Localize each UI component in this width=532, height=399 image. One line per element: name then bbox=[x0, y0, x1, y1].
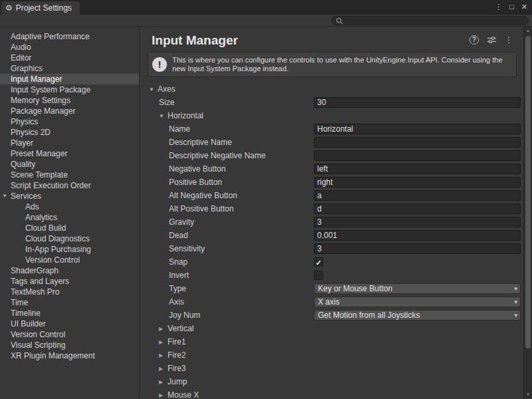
property-label: Alt Negative Button bbox=[169, 191, 237, 200]
dropdown-type[interactable]: Key or Mouse Button▾ bbox=[314, 283, 521, 294]
sidebar-item-scene-template[interactable]: Scene Template bbox=[0, 170, 139, 180]
sidebar-item-services[interactable]: ▼Services bbox=[0, 191, 139, 201]
text-field-dead[interactable] bbox=[314, 230, 521, 241]
foldout-label[interactable]: ▶Mouse X bbox=[159, 390, 199, 398]
dropdown-axis[interactable]: X axis▾ bbox=[314, 297, 521, 307]
row-sensitivity: Sensitivity bbox=[140, 242, 523, 255]
scroll-up-icon[interactable]: ▲ bbox=[524, 29, 532, 33]
sidebar-item-audio[interactable]: Audio bbox=[0, 42, 139, 53]
text-field-descriptive-negative-name[interactable] bbox=[314, 150, 521, 161]
foldout-collapsed-icon[interactable]: ▶ bbox=[159, 326, 165, 332]
sidebar-item-time[interactable]: Time bbox=[0, 297, 139, 308]
foldout-label[interactable]: ▶Fire2 bbox=[159, 350, 186, 360]
sidebar-item-cloud-diagnostics[interactable]: Cloud Diagnostics bbox=[0, 233, 139, 244]
row-descriptive-name: Descriptive Name bbox=[140, 136, 523, 149]
label-text: Size bbox=[159, 98, 174, 107]
text-field-size[interactable] bbox=[314, 97, 521, 108]
label-text: Descriptive Name bbox=[169, 138, 232, 147]
foldout-collapsed-icon[interactable]: ▶ bbox=[159, 379, 165, 385]
sidebar-item-package-manager[interactable]: Package Manager bbox=[0, 106, 139, 116]
property-label: Positive Button bbox=[169, 178, 222, 187]
text-field-alt-negative-button[interactable] bbox=[314, 190, 521, 201]
sidebar-item-timeline[interactable]: Timeline bbox=[0, 308, 139, 319]
foldout-collapsed-icon[interactable]: ▶ bbox=[159, 392, 165, 398]
foldout-label[interactable]: ▶Vertical bbox=[159, 324, 194, 333]
text-field-name[interactable] bbox=[314, 124, 521, 134]
search-input[interactable] bbox=[346, 17, 524, 25]
sidebar-item-label: Package Manager bbox=[11, 106, 75, 116]
sidebar-item-visual-scripting[interactable]: Visual Scripting bbox=[0, 340, 139, 350]
label-text: Axes bbox=[158, 84, 176, 94]
sidebar-item-label: Time bbox=[11, 298, 28, 307]
settings-category-list: Adaptive PerformanceAudioEditorGraphicsI… bbox=[0, 27, 140, 398]
sidebar-item-cloud-build[interactable]: Cloud Build bbox=[0, 223, 139, 233]
sidebar-item-memory-settings[interactable]: Memory Settings bbox=[0, 95, 139, 106]
sidebar-item-physics-2d[interactable]: Physics 2D bbox=[0, 127, 139, 138]
foldout-expanded-icon[interactable]: ▼ bbox=[2, 191, 7, 201]
property-label: Negative Button bbox=[169, 164, 225, 174]
maximize-button[interactable]: □ bbox=[509, 2, 514, 11]
sidebar-item-label: Memory Settings bbox=[11, 96, 70, 105]
sidebar-item-analytics[interactable]: Analytics bbox=[0, 212, 139, 223]
text-field-negative-button[interactable] bbox=[314, 164, 521, 174]
sidebar-item-input-system-package[interactable]: Input System Package bbox=[0, 84, 139, 95]
sidebar-item-version-control[interactable]: Version Control bbox=[0, 329, 139, 340]
close-button[interactable]: ✕ bbox=[521, 2, 527, 11]
sidebar-item-editor[interactable]: Editor bbox=[0, 53, 139, 63]
row-negative-button: Negative Button bbox=[140, 162, 523, 176]
checkbox-invert[interactable] bbox=[314, 271, 323, 280]
foldout-collapsed-icon[interactable]: ▶ bbox=[159, 366, 165, 372]
sidebar-item-input-manager[interactable]: Input Manager bbox=[0, 74, 139, 84]
sidebar-item-script-execution-order[interactable]: Script Execution Order bbox=[0, 180, 139, 191]
foldout-label[interactable]: ▼Axes bbox=[149, 84, 176, 94]
sidebar-item-tags-and-layers[interactable]: Tags and Layers bbox=[0, 276, 139, 287]
foldout-expanded-icon[interactable]: ▼ bbox=[159, 113, 165, 119]
property-label: Joy Num bbox=[169, 311, 200, 320]
context-menu-icon[interactable]: ⋮ bbox=[505, 35, 513, 45]
presets-icon[interactable] bbox=[487, 36, 496, 44]
text-field-descriptive-name[interactable] bbox=[314, 137, 521, 148]
text-field-gravity[interactable] bbox=[314, 217, 521, 227]
sidebar-item-preset-manager[interactable]: Preset Manager bbox=[0, 148, 139, 159]
sidebar-item-version-control[interactable]: Version Control bbox=[0, 255, 139, 265]
label-text: Joy Num bbox=[169, 311, 200, 320]
search-box[interactable] bbox=[331, 16, 529, 25]
sidebar-item-quality[interactable]: Quality bbox=[0, 159, 139, 170]
sidebar-item-physics[interactable]: Physics bbox=[0, 116, 139, 127]
property-label: Snap bbox=[169, 257, 188, 267]
sidebar-item-ui-builder[interactable]: UI Builder bbox=[0, 319, 139, 329]
text-field-positive-button[interactable] bbox=[314, 177, 521, 188]
checkbox-snap[interactable]: ✓ bbox=[314, 257, 323, 267]
foldout-label[interactable]: ▼Horizontal bbox=[159, 111, 203, 120]
window-menu-button[interactable]: ⋮ bbox=[495, 2, 502, 11]
foldout-label[interactable]: ▶Fire1 bbox=[159, 337, 186, 346]
foldout-collapsed-icon[interactable]: ▶ bbox=[159, 352, 165, 358]
foldout-label[interactable]: ▶Jump bbox=[159, 377, 187, 386]
text-field-alt-positive-button[interactable] bbox=[314, 203, 521, 214]
gear-icon: ⚙ bbox=[5, 3, 13, 13]
sidebar-item-ads[interactable]: Ads bbox=[0, 201, 139, 212]
property-label: Sensitivity bbox=[169, 244, 205, 253]
property-label: Dead bbox=[169, 231, 188, 240]
foldout-collapsed-icon[interactable]: ▶ bbox=[159, 339, 165, 345]
dropdown-joy-num[interactable]: Get Motion from all Joysticks▾ bbox=[314, 310, 521, 321]
sidebar-item-adaptive-performance[interactable]: Adaptive Performance bbox=[0, 31, 139, 42]
scrollbar-thumb[interactable] bbox=[525, 36, 531, 348]
sidebar-item-shadergraph[interactable]: ShaderGraph bbox=[0, 265, 139, 276]
sidebar-item-graphics[interactable]: Graphics bbox=[0, 63, 139, 74]
foldout-label[interactable]: ▶Fire3 bbox=[159, 364, 186, 373]
scroll-down-icon[interactable]: ▼ bbox=[524, 392, 532, 396]
sidebar-item-label: Services bbox=[11, 192, 41, 201]
sidebar-item-textmesh-pro[interactable]: TextMesh Pro bbox=[0, 287, 139, 297]
help-icon[interactable]: ? bbox=[469, 35, 479, 45]
sidebar-item-label: Graphics bbox=[11, 64, 43, 73]
sidebar-item-xr-plugin-management[interactable]: XR Plugin Management bbox=[0, 350, 139, 361]
tab-project-settings[interactable]: ⚙ Project Settings bbox=[1, 1, 80, 15]
foldout-expanded-icon[interactable]: ▼ bbox=[149, 86, 155, 92]
sidebar-item-label: Analytics bbox=[25, 213, 57, 222]
main-scrollbar[interactable]: ▲ ▼ bbox=[523, 27, 532, 398]
sidebar-item-in-app-purchasing[interactable]: In-App Purchasing bbox=[0, 244, 139, 255]
label-text: Snap bbox=[169, 257, 188, 267]
text-field-sensitivity[interactable] bbox=[314, 243, 521, 254]
sidebar-item-player[interactable]: Player bbox=[0, 138, 139, 148]
